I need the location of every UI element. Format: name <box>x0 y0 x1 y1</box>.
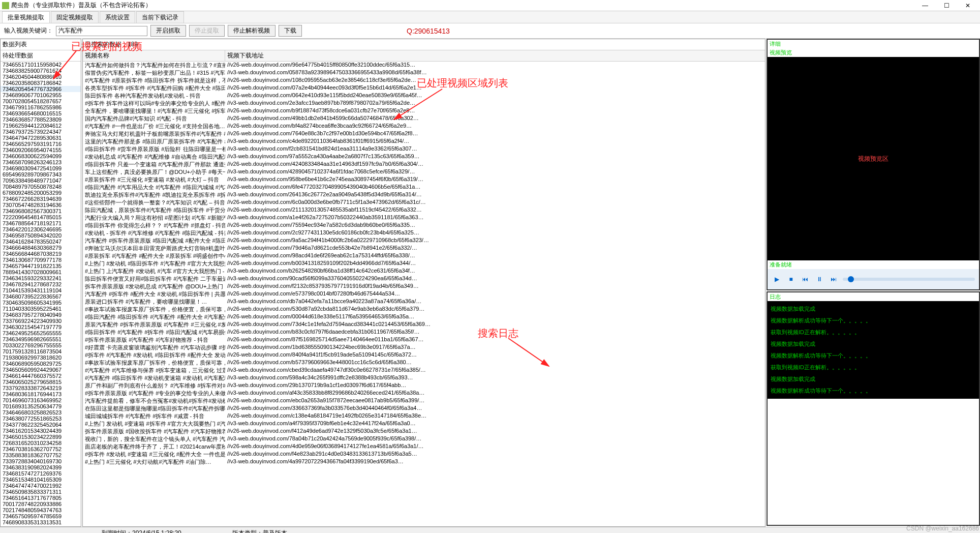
table-row[interactable]: #陈田汽配件 #汽车用品大全 #汽车配件 #陈田汽城城 #汽车知识…//v26-… <box>83 184 765 191</box>
list-item[interactable]: 7346068300622594099 <box>1 153 81 159</box>
list-item[interactable]: 7346509835833371311 <box>1 489 81 495</box>
table-row[interactable]: #陈田拆车件 你觉得怎么样？？ #汽车配件 #抓盘灯 - 抖音//v26-web… <box>83 222 765 229</box>
list-item[interactable]: 7346249525652565555 <box>1 330 81 336</box>
table-row[interactable]: #陈田拆车件 只差一个变速箱 #汽车配件原厂件那款 通道拆拆…//v26-web… <box>83 161 765 168</box>
list-item[interactable]: 7346782941278687232 <box>1 281 81 287</box>
list-item[interactable]: 7096338498489771047 <box>1 177 81 184</box>
table-row[interactable]: #汽车配件 #陈田拆车件 #发动机变速箱 #发动机 #汽车配城 原厂…//v3-… <box>83 374 765 382</box>
table-row[interactable]: 原厂件和副厂件到底有什么差别？ #汽车维修 #拆车件对#抖音汽车…//v3-we… <box>83 382 765 390</box>
table-row[interactable]: 在陈田这里都是指哪里拖哪里#陈田拆车件#汽车配件拆哪 一条线…//v26-web… <box>83 405 765 412</box>
list-item[interactable]: 7346092066954074155 <box>1 147 81 153</box>
table-row[interactable]: #陈田拆车件 #汽车配件 #拆车件 #陈田汽配城 #汽车易损件 - 抖音//v2… <box>83 329 765 336</box>
list-item[interactable]: 7268316520310234258 <box>1 440 81 446</box>
list-item[interactable]: 7346837957278040949 <box>1 312 81 318</box>
stop-icon[interactable]: ■ <box>786 274 796 284</box>
table-row[interactable]: 车上这些配件，真没必要换原厂！@DOU+小助手 #每天一个…//v3-web.d… <box>83 168 765 176</box>
table-row[interactable]: #发动机总成 #汽车配件 #汽配维修 #自动离合 #陈田汽配城 - 抖音//v3… <box>83 153 765 161</box>
list-item[interactable]: 7021748480594374763 <box>1 507 81 513</box>
minimize-button[interactable]: — <box>915 1 935 11</box>
table-row[interactable]: 假冒伪劣汽车配件，标签一贴秒变原厂出品！#315 #汽车配件 #…//v3-we… <box>83 69 765 77</box>
table-row[interactable]: #汽车配件 #汽车维修与保养 #拆车变速箱，三元催化 过震 - …//v3-we… <box>83 367 765 374</box>
table-row[interactable]: 视收门，新的，搜全车配件在这个镜头单人 #汽车配件 汽车配件…//v3-web.… <box>83 435 765 443</box>
list-item[interactable]: 7346672266283194639 <box>1 196 81 202</box>
table-row[interactable]: #汽车配件 #一件也是出厂价 #三元催化 #支持全国各地…//v26-web.d… <box>83 123 765 130</box>
list-item[interactable]: 7335883818362707752 <box>1 452 81 458</box>
list-item[interactable]: 7346614447660375572 <box>1 373 81 379</box>
list-item[interactable]: 7346203580837186842 <box>1 80 81 86</box>
list-item[interactable]: 7346896067701062955 <box>1 92 81 98</box>
list-item[interactable]: 7346068905950829725 <box>1 361 81 367</box>
tab-settings[interactable]: 系统设置 <box>100 11 135 23</box>
list-item[interactable]: 7346703816362707752 <box>1 446 81 452</box>
list-item[interactable]: 7346793725739224347 <box>1 129 81 135</box>
list-item[interactable]: 7346936654680016515 <box>1 110 81 116</box>
list-item[interactable]: 7104415393431119104 <box>1 287 81 293</box>
list-item[interactable]: 7346807395222836567 <box>1 293 81 300</box>
table-row[interactable]: 拆车件原装原版 #发动机总成 #汽车配件 @DOU+上热门 - 抖音//v26-… <box>83 283 765 290</box>
list-item[interactable]: 7346474747470021992 <box>1 483 81 489</box>
table-row[interactable]: #拆车件 #发动机 #变速箱 #三元催化 #配件大全 一件也是批发价…//v26… <box>83 451 765 458</box>
list-item[interactable]: 7346383190982024399 <box>1 464 81 470</box>
table-row[interactable]: #汽车配件 #原装拆车件 #陈田拆车件 拆车件就是这样，不管走…//v26-we… <box>83 77 765 84</box>
list-item[interactable]: 7346204504480886610 <box>1 74 81 80</box>
log-list[interactable]: 视频数据加载完成视频数据解析成功等待下一个。。。。。获取到视频ID正在解析。。。… <box>768 301 979 399</box>
list-item[interactable]: 7196625944122084612 <box>1 123 81 129</box>
table-row[interactable]: #奔驰宝马沃尔沃本田丰田雷克萨斯路虎大灯音响#机盖叶子板车…//v26-web.… <box>83 245 765 252</box>
table-row[interactable]: #好震震 卡壳蒸皮窗玻璃鉴别汽车配件 #汽车动说步骤 #拆车件…//v26-we… <box>83 344 765 351</box>
list-item[interactable]: 6788092485200053299 <box>1 190 81 196</box>
tab-batch-extract[interactable]: 批量视频提取 <box>2 11 50 23</box>
table-row[interactable]: 汽车配件提前看，修车不会当冤客#发动机#拆车件#发动机 #汽车配…//v26-w… <box>83 397 765 405</box>
list-item[interactable]: 7468908335313313531 <box>1 519 81 525</box>
list-item[interactable]: 7346788564718192171 <box>1 220 81 226</box>
table-row[interactable]: #陈田拆车件 #货车件原装原版 #后险杆 往陈田哪里是一根线…//v3-web.… <box>83 145 765 153</box>
table-row[interactable]: 面店老板的老车配件终于齐了，开工！#20214carw年度秋典 #修…//v26… <box>83 443 765 451</box>
pause-icon[interactable]: ⏸ <box>814 274 824 284</box>
tab-downloads[interactable]: 当前下载记录 <box>136 11 184 23</box>
pending-list[interactable]: 7346551710115958042734683825900776167473… <box>1 62 81 526</box>
table-row[interactable]: #发动机 - 拆车件 #汽车维修 #汽车配件 #陈田汽配城 - 抖音//v26-… <box>83 229 765 237</box>
list-item[interactable]: 7222096454814785015 <box>1 214 81 220</box>
next-icon[interactable]: ⏭ <box>829 274 839 284</box>
prev-icon[interactable]: ⏮ <box>800 274 810 284</box>
list-item[interactable]: 7346551710115958042 <box>1 62 81 68</box>
table-row[interactable]: 原装进口拆车件 #汽车配件，要啥哪里找哪里！…//v3-web.douyinvo… <box>83 298 765 306</box>
list-item[interactable]: 7110403303595225461 <box>1 306 81 312</box>
table-row[interactable]: #拆车件 拆车件这样可以吗#专业的事交给专业的人 #配件大全 #…//v3-we… <box>83 100 765 107</box>
list-item[interactable]: 7016893135250634779 <box>1 403 81 409</box>
play-icon[interactable]: ▶ <box>772 274 782 284</box>
list-item[interactable]: 7346636857788523809 <box>1 116 81 123</box>
list-item[interactable]: 7346566844687038219 <box>1 251 81 257</box>
start-button[interactable]: 开启抓取 <box>150 25 186 37</box>
list-item[interactable]: 7346205454776732966 <box>1 86 81 92</box>
list-item[interactable]: 7001728748220933886 <box>1 501 81 507</box>
table-row[interactable]: 凯迪拉克全系拆车件#汽车配件 #凯迪拉克全系拆车件 #拆车件…//v3-web.… <box>83 191 765 199</box>
maximize-button[interactable]: ☐ <box>936 1 957 11</box>
list-item[interactable]: 7346349596982665551 <box>1 336 81 342</box>
list-item[interactable]: 7014696073163469952 <box>1 397 81 403</box>
list-item[interactable]: 7346587098263246123 <box>1 159 81 165</box>
video-table[interactable]: 汽车配件如何做抖音？汽车配件如何在抖音上引流？#直播运营 #…//v26-web… <box>83 62 765 526</box>
list-item[interactable]: 7346799116786255986 <box>1 104 81 110</box>
list-item[interactable]: 7346914536596977131 <box>1 525 81 526</box>
table-row[interactable]: #上热门 #三元催化 #大灯动航#汽车配件 #油门除…//v3-web.douy… <box>83 458 765 466</box>
table-row[interactable]: #拆车件 #汽车配件 #发动机 #陈田拆车件 #配件大全 发动机…//v26-w… <box>83 351 765 359</box>
list-item[interactable]: 7346380772551865253 <box>1 416 81 422</box>
stop-button[interactable]: 停止提取 <box>189 25 225 37</box>
table-row[interactable]: #原装拆车件 #三元催化 #变速箱 #发动机 #大灯 – 抖音//v3-web.… <box>83 176 765 184</box>
table-row[interactable]: 各类车型拆车件 #拆车件 #汽车配件回购 #配件大全 #陈田汽车…//v26-w… <box>83 84 765 92</box>
list-item[interactable]: 6954969289709867343 <box>1 171 81 177</box>
list-item[interactable]: 7346466803258826523 <box>1 409 81 416</box>
table-row[interactable]: 汽配行业大编入局？用这有秒招 #星图计划 #汽车 #新能汽车 - 抖…//v3-… <box>83 214 765 222</box>
list-item[interactable]: 7304635098605341995 <box>1 300 81 306</box>
list-item[interactable]: 7346515348104165309 <box>1 477 81 483</box>
keyword-input[interactable] <box>56 26 147 36</box>
table-row[interactable]: #事故车试验车报废车原厂拆车件，价格便宜，质保可靠，藏难无…//v26-web.… <box>83 359 765 367</box>
list-item[interactable]: 7346575095974785659 <box>1 513 81 519</box>
table-row[interactable]: 全车配件，要啥哪里找哪里！#汽车配件 #三元催化 #拆车件 #发动…//v26-… <box>83 107 765 115</box>
table-row[interactable]: 拆车件原装原版 #国收按拆车件 #汽车配件 #汽车好物推荐 窖真…//v26-w… <box>83 428 765 435</box>
list-item[interactable]: 7084897970550878248 <box>1 184 81 190</box>
table-row[interactable]: #上热门 上汽车配件 #发动机 #汽车 #官方大大我想热门 - 抖音//v3-w… <box>83 268 765 275</box>
list-item[interactable]: 7346968082567300371 <box>1 208 81 214</box>
table-row[interactable]: #上热门 #发动机 #陈田拆车件 #汽车配件 #官方大大我想热门…//v26-w… <box>83 260 765 268</box>
list-item[interactable]: 7346501530234222899 <box>1 434 81 440</box>
